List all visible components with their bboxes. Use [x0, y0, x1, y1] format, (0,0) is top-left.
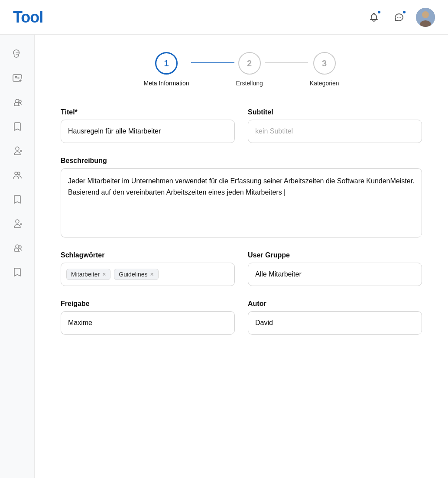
user-list-2-icon — [12, 146, 23, 156]
step-3-label: Kategorien — [310, 80, 339, 87]
sidebar-item-userlist2[interactable] — [7, 140, 28, 161]
avatar[interactable] — [416, 8, 435, 27]
notification-badge — [377, 10, 381, 14]
sidebar-item-bookmark1[interactable] — [7, 116, 28, 137]
sidebar-item-bookmark2[interactable] — [7, 189, 28, 210]
chat-button[interactable] — [391, 9, 407, 26]
tag-mitarbeiter-label: Mitarbeiter — [71, 271, 100, 278]
group-3-icon — [12, 243, 23, 253]
layout: 1 Meta Information 2 Erstellung 3 Katego… — [0, 35, 448, 478]
user-list-icon — [12, 73, 23, 83]
avatar-svg — [416, 8, 435, 27]
freigabe-group: Freigabe — [61, 300, 235, 335]
svg-point-5 — [17, 172, 20, 175]
subtitel-group: Subtitel — [248, 108, 422, 143]
user-gruppe-group: User Gruppe — [248, 251, 422, 286]
svg-point-1 — [422, 11, 429, 18]
tag-guidelines-remove[interactable]: × — [150, 271, 153, 277]
titel-label: Titel* — [61, 108, 235, 116]
step-1-label: Meta Information — [143, 80, 189, 87]
svg-point-4 — [15, 172, 17, 175]
step-2-label: Erstellung — [236, 80, 263, 87]
step-3: 3 Kategorien — [310, 52, 339, 87]
bookmark-2-icon — [12, 194, 23, 205]
step-1-circle: 1 — [155, 52, 178, 75]
bookmark-icon — [12, 121, 23, 132]
notification-button[interactable] — [366, 9, 382, 26]
user-gruppe-input[interactable] — [248, 263, 422, 286]
freigabe-label: Freigabe — [61, 300, 235, 308]
group-icon — [12, 97, 23, 107]
user-gruppe-label: User Gruppe — [248, 251, 422, 259]
stepper: 1 Meta Information 2 Erstellung 3 Katego… — [61, 52, 422, 87]
tag-guidelines: Guidelines × — [114, 269, 158, 280]
beschreibung-group: Beschreibung Jeder Mitarbeiter im Untern… — [61, 157, 422, 237]
beschreibung-row: Beschreibung Jeder Mitarbeiter im Untern… — [61, 157, 422, 237]
step-2: 2 Erstellung — [236, 52, 263, 87]
autor-input[interactable] — [248, 311, 422, 335]
subtitel-input[interactable] — [248, 120, 422, 143]
sidebar-item-groups3[interactable] — [7, 237, 28, 258]
beschreibung-textarea[interactable]: Jeder Mitarbeiter im Unternehmen verwend… — [61, 168, 422, 237]
svg-point-3 — [15, 76, 17, 78]
autor-group: Autor — [248, 300, 422, 335]
user-list-3-icon — [12, 218, 23, 229]
step-connector-1 — [191, 62, 234, 63]
tags-input-container[interactable]: Mitarbeiter × Guidelines × — [61, 263, 235, 286]
sidebar-item-userlist1[interactable] — [7, 68, 28, 88]
bookmark-3-icon — [12, 267, 23, 277]
step-2-circle: 2 — [238, 52, 261, 75]
avatar-image — [416, 8, 435, 27]
brain-icon — [12, 49, 23, 59]
schlagwoerter-group: Schlagwörter Mitarbeiter × Guidelines × — [61, 251, 235, 286]
titel-row: Titel* Subtitel — [61, 108, 422, 143]
freigabe-input[interactable] — [61, 311, 235, 335]
step-1: 1 Meta Information — [143, 52, 189, 87]
freigabe-row: Freigabe Autor — [61, 300, 422, 335]
chat-badge — [402, 10, 406, 14]
sidebar-item-bookmark3[interactable] — [7, 262, 28, 283]
tag-mitarbeiter: Mitarbeiter × — [66, 269, 110, 280]
schlagwoerter-row: Schlagwörter Mitarbeiter × Guidelines × … — [61, 251, 422, 286]
sidebar-item-groups2[interactable] — [7, 165, 28, 185]
titel-input[interactable] — [61, 120, 235, 143]
logo-accent: T — [13, 8, 21, 26]
sidebar — [0, 35, 35, 478]
group-2-icon — [12, 170, 23, 180]
autor-label: Autor — [248, 300, 422, 308]
tag-mitarbeiter-remove[interactable]: × — [102, 271, 106, 277]
sidebar-item-userlist3[interactable] — [7, 213, 28, 234]
step-3-circle: 3 — [313, 52, 336, 75]
step-connector-2 — [265, 62, 308, 63]
beschreibung-label: Beschreibung — [61, 157, 422, 165]
schlagwoerter-label: Schlagwörter — [61, 251, 235, 259]
titel-group: Titel* — [61, 108, 235, 143]
tag-guidelines-label: Guidelines — [119, 271, 147, 278]
main-content: 1 Meta Information 2 Erstellung 3 Katego… — [35, 35, 448, 478]
header-icons — [366, 8, 435, 27]
logo: Tool — [13, 8, 43, 26]
header: Tool — [0, 0, 448, 35]
sidebar-item-groups1[interactable] — [7, 92, 28, 113]
subtitel-label: Subtitel — [248, 108, 422, 116]
sidebar-item-ai[interactable] — [7, 43, 28, 64]
